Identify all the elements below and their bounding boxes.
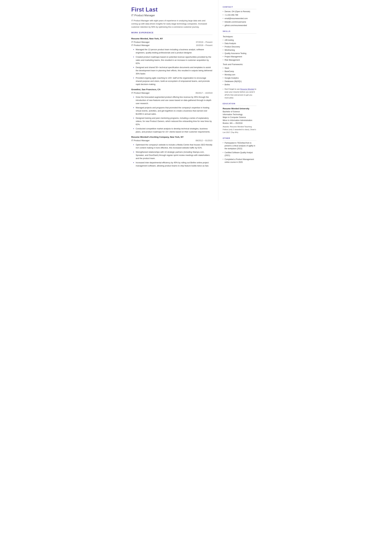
skill-item: Project Management [223, 55, 256, 58]
edu-location-date: Boston, MA — 05/2018 [223, 122, 256, 125]
contact-item-email: email@resumeworded.com [223, 17, 256, 20]
note-prefix: Don't forget to use [225, 88, 240, 90]
bullet-item: Conducted competitive market analysis to… [133, 127, 212, 133]
right-column: CONTACT Denver, OH (Open to Remote) +1-2… [218, 0, 261, 201]
other-item: Certified Software Quality Analyst (2021… [223, 151, 256, 157]
tool-item: Databases (MySQL) [223, 80, 256, 83]
skill-item: A/B testing [223, 39, 256, 42]
other-heading: OTHER [223, 137, 256, 140]
edu-field: Information Technology [223, 113, 256, 116]
employer-3-role-1: IT Product Manager 08/2012 – 01/2015 [131, 139, 212, 142]
bullet-item: Designed and shared 50+ technical specif… [133, 66, 212, 75]
employer-1-role-1: IT Product Manager 07/2019 – Present [131, 41, 212, 44]
employer-3-role-1-dates: 08/2012 – 01/2015 [196, 139, 212, 142]
edu-major: Major in Computer Science [223, 116, 256, 119]
employer-1-role-2-dates: 10/2018 – Present [196, 44, 212, 47]
employer-1-role-1-dates: 07/2019 – Present [196, 41, 212, 44]
skill-item: Wireframing [223, 49, 256, 51]
skills-heading: SKILLS [223, 30, 256, 34]
bullet-item: Provided ongoing agile coaching to 120+ … [133, 77, 212, 86]
bullet-item: Optimised the company's website to inclu… [133, 143, 212, 150]
contact-heading: CONTACT [223, 6, 256, 9]
left-column: First Last IT Product Manager IT Product… [125, 0, 218, 201]
summary-text: IT Product Manager with eight years of e… [131, 19, 212, 28]
employer-2-name: Growthsi, San Francisco, CA [131, 88, 212, 91]
employer-1-bullets: Managed the 12-person product team inclu… [133, 48, 212, 86]
employer-3-role-1-title: IT Product Manager [131, 139, 150, 142]
other-item: Participated in TEDxNewYork to present a… [223, 141, 256, 150]
work-experience-heading: WORK EXPERIENCE [131, 31, 212, 35]
bullet-item: Created product roadmaps based on potent… [133, 56, 212, 65]
contact-item-github: github.com/resumeworded [223, 24, 256, 27]
employer-3-name: Resume Worded's Exciting Company, New Yo… [131, 135, 212, 139]
employer-2: Growthsi, San Francisco, CA IT Product M… [131, 88, 212, 133]
bullet-item: Managed the 12-person product team inclu… [133, 48, 212, 54]
tool-item: Google Analytics [223, 77, 256, 79]
employer-1: Resume Worded, New York, NY IT Product M… [131, 37, 212, 86]
contact-item-location: Denver, OH (Open to Remote) [223, 10, 256, 13]
employer-1-name: Resume Worded, New York, NY [131, 37, 212, 40]
contact-item-phone: +1-234-456-789 [223, 14, 256, 16]
techniques-list: A/B testing Data Analysis Product Discov… [223, 39, 256, 61]
bullet-item: Managed projects and programs that promo… [133, 106, 212, 115]
edu-minor: Minor in Information Administration [223, 119, 256, 122]
employer-2-role-1-dates: 05/2017 – 10/2019 [196, 91, 212, 94]
resume-worded-note: Don't forget to use Resume Worded to sca… [223, 88, 256, 99]
skill-item: Risk Management [223, 59, 256, 61]
bullet-item: Designed training and peer-mentoring pro… [133, 117, 212, 126]
bullet-item: Grew the forecasted augmented product of… [133, 96, 212, 105]
candidate-job-title: IT Product Manager [131, 14, 212, 18]
tool-item: Slack [223, 67, 256, 70]
skill-item: Data Analysis [223, 42, 256, 45]
education-heading: EDUCATION [223, 102, 256, 106]
skill-item: Quality Assurance Testing [223, 52, 256, 55]
tool-item: Binfire [223, 83, 256, 86]
tools-label: Tools and Frameworks: [223, 63, 256, 66]
techniques-label: Techniques: [223, 35, 256, 38]
contact-item-linkedin: linkedin.com/in/username [223, 21, 256, 23]
employer-1-role-2: IT Product Manager 10/2018 – Present [131, 44, 212, 47]
resume-worded-link[interactable]: Resume Worded [240, 88, 254, 90]
skill-item: Product Discovery [223, 45, 256, 48]
employer-1-role-2-title: IT Product Manager [131, 44, 150, 47]
employer-2-role-1: IT Product Manager 05/2017 – 10/2019 [131, 91, 212, 95]
tool-item: BaseCamp [223, 70, 256, 73]
contact-list: Denver, OH (Open to Remote) +1-234-456-7… [223, 10, 256, 27]
bullet-item: Increased inter-departmental efficiency … [133, 161, 212, 167]
edu-awards: Awards: Resume Worded Teaching Fellow (o… [223, 125, 256, 134]
bullet-item: Strengthened relationships with 10 strat… [133, 150, 212, 160]
other-list: Participated in TEDxNewYork to present a… [223, 141, 256, 164]
other-item: Completed a Product Management online co… [223, 158, 256, 164]
employer-2-bullets: Grew the forecasted augmented product of… [133, 96, 212, 133]
tool-item: Monday.com [223, 73, 256, 76]
employer-3: Resume Worded's Exciting Company, New Yo… [131, 135, 212, 167]
employer-1-role-1-title: IT Product Manager [131, 41, 150, 44]
tools-list: Slack BaseCamp Monday.com Google Analyti… [223, 67, 256, 86]
candidate-name: First Last [131, 6, 212, 13]
edu-degree: Bachelor of Science [223, 110, 256, 113]
edu-org: Resume Worded University [223, 107, 256, 110]
employer-2-role-1-title: IT Product Manager [131, 91, 150, 95]
employer-3-bullets: Optimised the company's website to inclu… [133, 143, 212, 167]
